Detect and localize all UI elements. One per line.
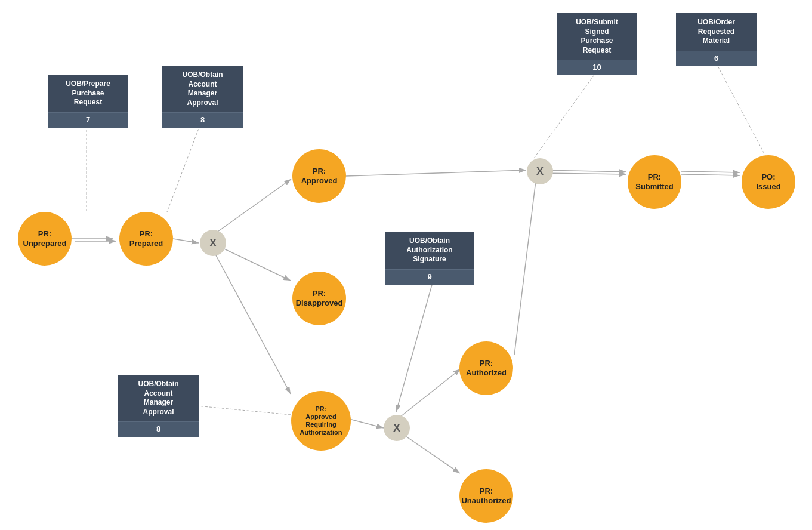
task-order-number: 6 bbox=[676, 51, 757, 66]
gate3-node: X bbox=[527, 158, 553, 184]
task-order-title: UOB/OrderRequestedMaterial bbox=[676, 13, 757, 51]
gate1-node: X bbox=[200, 230, 226, 256]
pr-prepared-circle: PR:Prepared bbox=[119, 212, 173, 266]
svg-line-7 bbox=[346, 170, 526, 176]
svg-line-19 bbox=[534, 72, 597, 158]
pr-approved-label: PR:Approved bbox=[301, 167, 338, 185]
gate1-symbol: X bbox=[200, 230, 226, 256]
po-issued-circle: PO:Issued bbox=[742, 155, 795, 209]
task-submit-box: UOB/SubmitSignedPurchaseRequest 10 bbox=[557, 13, 637, 75]
task-prepare-number: 7 bbox=[48, 112, 128, 128]
pr-submitted-label: PR:Submitted bbox=[635, 172, 674, 191]
pr-approved-req-label: PR:ApprovedRequiringAuthorization bbox=[300, 405, 342, 437]
task-obtain-auth-box: UOB/ObtainAuthorizationSignature 9 bbox=[385, 232, 474, 285]
pr-authorized-circle: PR:Authorized bbox=[459, 341, 513, 395]
pr-prepared-node: PR:Prepared bbox=[119, 212, 173, 266]
pr-approved-node: PR:Approved bbox=[292, 149, 346, 203]
svg-line-3 bbox=[173, 239, 199, 243]
pr-submitted-circle: PR:Submitted bbox=[628, 155, 681, 209]
svg-line-14 bbox=[542, 173, 626, 174]
pr-disapproved-node: PR:Disapproved bbox=[292, 272, 346, 325]
task-obtain-mgr2-number: 8 bbox=[118, 421, 199, 437]
task-obtain-mgr2-node: UOB/ObtainAccountManagerApproval 8 bbox=[118, 375, 199, 437]
svg-line-4 bbox=[214, 179, 291, 235]
po-issued-label: PO:Issued bbox=[756, 172, 780, 191]
task-obtain-mgr1-box: UOB/ObtainAccountManagerApproval 8 bbox=[162, 66, 243, 128]
task-obtain-mgr2-title: UOB/ObtainAccountManagerApproval bbox=[118, 375, 199, 421]
pr-unprepared-node: PR:Unprepared bbox=[18, 212, 72, 266]
svg-line-18 bbox=[167, 125, 200, 212]
gate2-symbol: X bbox=[384, 415, 410, 441]
svg-line-21 bbox=[197, 406, 291, 415]
pr-disapproved-label: PR:Disapproved bbox=[296, 289, 343, 307]
task-order-box: UOB/OrderRequestedMaterial 6 bbox=[676, 13, 757, 66]
svg-line-12 bbox=[514, 171, 537, 355]
po-issued-node: PO:Issued bbox=[742, 155, 795, 209]
pr-submitted-node: PR:Submitted bbox=[628, 155, 681, 209]
svg-line-9 bbox=[397, 369, 461, 420]
diagram-container: PR:Unprepared PR:Prepared X PR:Approved … bbox=[0, 0, 812, 530]
svg-line-16 bbox=[681, 174, 740, 175]
task-order-node: UOB/OrderRequestedMaterial 6 bbox=[676, 13, 757, 66]
pr-prepared-label: PR:Prepared bbox=[129, 229, 163, 248]
task-obtain-auth-title: UOB/ObtainAuthorizationSignature bbox=[385, 232, 474, 269]
task-submit-number: 10 bbox=[557, 60, 637, 75]
svg-line-6 bbox=[212, 248, 291, 394]
task-obtain-mgr2-box: UOB/ObtainAccountManagerApproval 8 bbox=[118, 375, 199, 437]
pr-approved-req-node: PR:ApprovedRequiringAuthorization bbox=[291, 391, 351, 451]
pr-approved-req-circle: PR:ApprovedRequiringAuthorization bbox=[291, 391, 351, 451]
task-obtain-mgr1-number: 8 bbox=[162, 112, 243, 128]
svg-line-11 bbox=[396, 281, 433, 412]
svg-line-15 bbox=[681, 171, 740, 172]
pr-disapproved-circle: PR:Disapproved bbox=[292, 272, 346, 325]
task-obtain-auth-number: 9 bbox=[385, 269, 474, 285]
task-prepare-box: UOB/PreparePurchaseRequest 7 bbox=[48, 75, 128, 128]
task-obtain-mgr1-node: UOB/ObtainAccountManagerApproval 8 bbox=[162, 66, 243, 128]
pr-unprepared-circle: PR:Unprepared bbox=[18, 212, 72, 266]
svg-line-13 bbox=[542, 170, 626, 172]
task-submit-title: UOB/SubmitSignedPurchaseRequest bbox=[557, 13, 637, 60]
task-obtain-auth-node: UOB/ObtainAuthorizationSignature 9 bbox=[385, 232, 474, 285]
pr-unprepared-label: PR:Unprepared bbox=[23, 229, 67, 248]
svg-line-20 bbox=[716, 63, 767, 158]
pr-approved-circle: PR:Approved bbox=[292, 149, 346, 203]
task-obtain-mgr1-title: UOB/ObtainAccountManagerApproval bbox=[162, 66, 243, 112]
pr-unauthorized-label: PR:Unauthorized bbox=[461, 486, 511, 505]
task-prepare-node: UOB/PreparePurchaseRequest 7 bbox=[48, 75, 128, 128]
pr-unauthorized-node: PR:Unauthorized bbox=[459, 469, 513, 523]
pr-unauthorized-circle: PR:Unauthorized bbox=[459, 469, 513, 523]
task-submit-node: UOB/SubmitSignedPurchaseRequest 10 bbox=[557, 13, 637, 75]
gate2-node: X bbox=[384, 415, 410, 441]
task-prepare-title: UOB/PreparePurchaseRequest bbox=[48, 75, 128, 112]
pr-authorized-node: PR:Authorized bbox=[459, 341, 513, 395]
gate3-symbol: X bbox=[527, 158, 553, 184]
pr-authorized-label: PR:Authorized bbox=[466, 359, 507, 377]
